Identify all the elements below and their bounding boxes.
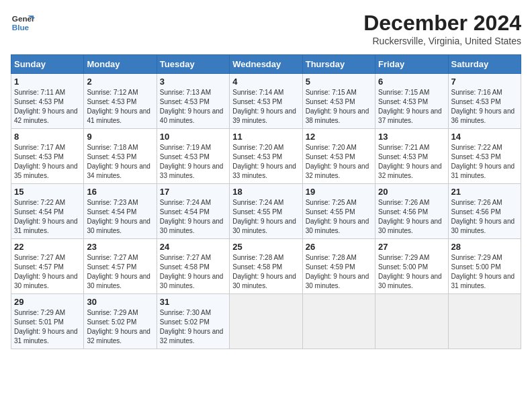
calendar-cell: 8 Sunrise: 7:17 AMSunset: 4:53 PMDayligh… bbox=[11, 129, 84, 184]
day-number: 21 bbox=[451, 187, 518, 197]
calendar-cell: 12 Sunrise: 7:20 AMSunset: 4:53 PMDaylig… bbox=[302, 129, 375, 184]
day-info: Sunrise: 7:15 AMSunset: 4:53 PMDaylight:… bbox=[306, 89, 369, 124]
calendar-cell: 30 Sunrise: 7:29 AMSunset: 5:02 PMDaylig… bbox=[84, 294, 157, 349]
day-number: 2 bbox=[87, 77, 153, 87]
day-header-tuesday: Tuesday bbox=[157, 55, 229, 74]
day-info: Sunrise: 7:17 AMSunset: 4:53 PMDaylight:… bbox=[14, 144, 78, 179]
calendar-cell: 22 Sunrise: 7:27 AMSunset: 4:57 PMDaylig… bbox=[11, 239, 84, 294]
calendar-cell: 26 Sunrise: 7:28 AMSunset: 4:59 PMDaylig… bbox=[302, 239, 375, 294]
day-info: Sunrise: 7:18 AMSunset: 4:53 PMDaylight:… bbox=[87, 144, 150, 179]
day-info: Sunrise: 7:22 AMSunset: 4:54 PMDaylight:… bbox=[14, 199, 78, 234]
day-number: 24 bbox=[160, 242, 226, 252]
day-info: Sunrise: 7:29 AMSunset: 5:00 PMDaylight:… bbox=[451, 254, 515, 289]
day-info: Sunrise: 7:22 AMSunset: 4:53 PMDaylight:… bbox=[451, 144, 515, 179]
day-info: Sunrise: 7:29 AMSunset: 5:00 PMDaylight:… bbox=[378, 254, 442, 289]
day-number: 28 bbox=[451, 242, 518, 252]
month-title: December 2024 bbox=[363, 11, 521, 36]
day-info: Sunrise: 7:20 AMSunset: 4:53 PMDaylight:… bbox=[232, 144, 296, 179]
week-row-3: 15 Sunrise: 7:22 AMSunset: 4:54 PMDaylig… bbox=[11, 184, 521, 239]
calendar-cell: 14 Sunrise: 7:22 AMSunset: 4:53 PMDaylig… bbox=[448, 129, 521, 184]
day-info: Sunrise: 7:27 AMSunset: 4:57 PMDaylight:… bbox=[14, 254, 78, 289]
day-number: 9 bbox=[87, 132, 153, 142]
day-info: Sunrise: 7:12 AMSunset: 4:53 PMDaylight:… bbox=[87, 89, 150, 124]
week-row-4: 22 Sunrise: 7:27 AMSunset: 4:57 PMDaylig… bbox=[11, 239, 521, 294]
day-number: 10 bbox=[160, 132, 226, 142]
day-info: Sunrise: 7:13 AMSunset: 4:53 PMDaylight:… bbox=[160, 89, 224, 124]
day-info: Sunrise: 7:26 AMSunset: 4:56 PMDaylight:… bbox=[451, 199, 515, 234]
location: Ruckersville, Virginia, United States bbox=[363, 36, 521, 46]
calendar-cell: 1 Sunrise: 7:11 AMSunset: 4:53 PMDayligh… bbox=[11, 74, 84, 129]
day-info: Sunrise: 7:25 AMSunset: 4:55 PMDaylight:… bbox=[306, 199, 369, 234]
day-info: Sunrise: 7:24 AMSunset: 4:54 PMDaylight:… bbox=[160, 199, 224, 234]
calendar-cell: 2 Sunrise: 7:12 AMSunset: 4:53 PMDayligh… bbox=[84, 74, 157, 129]
calendar-cell: 31 Sunrise: 7:30 AMSunset: 5:02 PMDaylig… bbox=[157, 294, 229, 349]
calendar-cell: 11 Sunrise: 7:20 AMSunset: 4:53 PMDaylig… bbox=[230, 129, 302, 184]
day-number: 27 bbox=[378, 242, 445, 252]
page-header: General Blue December 2024 Ruckersville,… bbox=[11, 11, 521, 46]
calendar-cell: 5 Sunrise: 7:15 AMSunset: 4:53 PMDayligh… bbox=[302, 74, 375, 129]
day-number: 12 bbox=[306, 132, 372, 142]
svg-text:General: General bbox=[12, 14, 35, 23]
calendar-cell bbox=[230, 294, 302, 349]
day-info: Sunrise: 7:28 AMSunset: 4:59 PMDaylight:… bbox=[306, 254, 369, 289]
day-number: 16 bbox=[87, 187, 153, 197]
calendar-cell: 4 Sunrise: 7:14 AMSunset: 4:53 PMDayligh… bbox=[230, 74, 302, 129]
logo: General Blue bbox=[11, 11, 35, 35]
day-number: 6 bbox=[378, 77, 445, 87]
day-info: Sunrise: 7:26 AMSunset: 4:56 PMDaylight:… bbox=[378, 199, 442, 234]
calendar-cell: 28 Sunrise: 7:29 AMSunset: 5:00 PMDaylig… bbox=[448, 239, 521, 294]
calendar-cell: 15 Sunrise: 7:22 AMSunset: 4:54 PMDaylig… bbox=[11, 184, 84, 239]
day-number: 22 bbox=[14, 242, 81, 252]
day-number: 4 bbox=[232, 77, 299, 87]
calendar-table: SundayMondayTuesdayWednesdayThursdayFrid… bbox=[11, 54, 521, 349]
calendar-cell: 24 Sunrise: 7:27 AMSunset: 4:58 PMDaylig… bbox=[157, 239, 229, 294]
day-number: 31 bbox=[160, 297, 226, 307]
day-info: Sunrise: 7:21 AMSunset: 4:53 PMDaylight:… bbox=[378, 144, 442, 179]
svg-text:Blue: Blue bbox=[12, 23, 30, 32]
calendar-cell: 10 Sunrise: 7:19 AMSunset: 4:53 PMDaylig… bbox=[157, 129, 229, 184]
day-info: Sunrise: 7:24 AMSunset: 4:55 PMDaylight:… bbox=[232, 199, 296, 234]
day-info: Sunrise: 7:27 AMSunset: 4:57 PMDaylight:… bbox=[87, 254, 150, 289]
day-number: 11 bbox=[232, 132, 299, 142]
day-info: Sunrise: 7:28 AMSunset: 4:58 PMDaylight:… bbox=[232, 254, 296, 289]
day-number: 5 bbox=[306, 77, 372, 87]
day-info: Sunrise: 7:29 AMSunset: 5:02 PMDaylight:… bbox=[87, 309, 150, 345]
day-info: Sunrise: 7:30 AMSunset: 5:02 PMDaylight:… bbox=[160, 309, 224, 345]
day-header-thursday: Thursday bbox=[302, 55, 375, 74]
day-header-monday: Monday bbox=[84, 55, 157, 74]
calendar-cell: 7 Sunrise: 7:16 AMSunset: 4:53 PMDayligh… bbox=[448, 74, 521, 129]
calendar-cell: 6 Sunrise: 7:15 AMSunset: 4:53 PMDayligh… bbox=[375, 74, 448, 129]
calendar-cell bbox=[448, 294, 521, 349]
day-header-friday: Friday bbox=[375, 55, 448, 74]
day-header-wednesday: Wednesday bbox=[230, 55, 302, 74]
day-number: 25 bbox=[232, 242, 299, 252]
day-number: 3 bbox=[160, 77, 226, 87]
day-info: Sunrise: 7:19 AMSunset: 4:53 PMDaylight:… bbox=[160, 144, 224, 179]
week-row-5: 29 Sunrise: 7:29 AMSunset: 5:01 PMDaylig… bbox=[11, 294, 521, 349]
day-header-saturday: Saturday bbox=[448, 55, 521, 74]
calendar-cell bbox=[302, 294, 375, 349]
day-number: 7 bbox=[451, 77, 518, 87]
day-info: Sunrise: 7:23 AMSunset: 4:54 PMDaylight:… bbox=[87, 199, 150, 234]
calendar-cell bbox=[375, 294, 448, 349]
day-number: 19 bbox=[306, 187, 372, 197]
day-number: 20 bbox=[378, 187, 445, 197]
calendar-cell: 21 Sunrise: 7:26 AMSunset: 4:56 PMDaylig… bbox=[448, 184, 521, 239]
week-row-2: 8 Sunrise: 7:17 AMSunset: 4:53 PMDayligh… bbox=[11, 129, 521, 184]
day-info: Sunrise: 7:29 AMSunset: 5:01 PMDaylight:… bbox=[14, 309, 78, 345]
day-header-sunday: Sunday bbox=[11, 55, 84, 74]
day-number: 23 bbox=[87, 242, 153, 252]
calendar-cell: 17 Sunrise: 7:24 AMSunset: 4:54 PMDaylig… bbox=[157, 184, 229, 239]
title-block: December 2024 Ruckersville, Virginia, Un… bbox=[363, 11, 521, 46]
day-number: 1 bbox=[14, 77, 81, 87]
day-info: Sunrise: 7:16 AMSunset: 4:53 PMDaylight:… bbox=[451, 89, 515, 124]
days-header-row: SundayMondayTuesdayWednesdayThursdayFrid… bbox=[11, 55, 521, 74]
day-number: 15 bbox=[14, 187, 81, 197]
week-row-1: 1 Sunrise: 7:11 AMSunset: 4:53 PMDayligh… bbox=[11, 74, 521, 129]
calendar-cell: 29 Sunrise: 7:29 AMSunset: 5:01 PMDaylig… bbox=[11, 294, 84, 349]
day-info: Sunrise: 7:27 AMSunset: 4:58 PMDaylight:… bbox=[160, 254, 224, 289]
day-number: 18 bbox=[232, 187, 299, 197]
day-number: 29 bbox=[14, 297, 81, 307]
day-number: 17 bbox=[160, 187, 226, 197]
logo-icon: General Blue bbox=[11, 11, 35, 35]
